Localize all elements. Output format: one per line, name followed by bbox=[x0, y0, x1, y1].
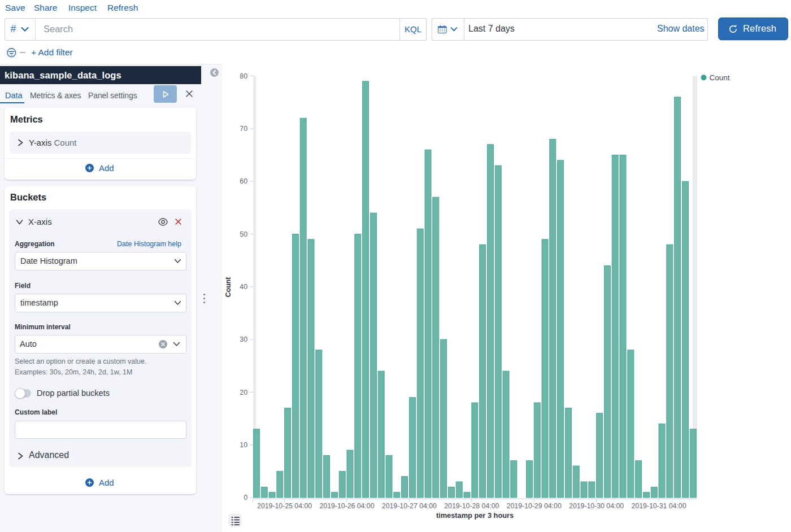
svg-text:2019-10-30 04:00: 2019-10-30 04:00 bbox=[569, 502, 624, 510]
svg-text:timestamp per 3 hours: timestamp per 3 hours bbox=[436, 511, 514, 520]
svg-text:2019-10-31 04:00: 2019-10-31 04:00 bbox=[631, 502, 686, 510]
svg-text:2019-10-26 04:00: 2019-10-26 04:00 bbox=[319, 502, 374, 510]
svg-text:20: 20 bbox=[240, 389, 247, 396]
svg-text:Count: Count bbox=[710, 73, 730, 82]
svg-text:2019-10-28 04:00: 2019-10-28 04:00 bbox=[444, 502, 499, 510]
svg-text:Count: Count bbox=[224, 277, 232, 298]
svg-text:40: 40 bbox=[240, 283, 247, 291]
svg-text:2019-10-29 04:00: 2019-10-29 04:00 bbox=[507, 502, 562, 510]
svg-text:50: 50 bbox=[240, 230, 247, 238]
svg-text:80: 80 bbox=[240, 72, 247, 80]
svg-text:0: 0 bbox=[244, 494, 247, 502]
svg-text:2019-10-25 04:00: 2019-10-25 04:00 bbox=[257, 502, 312, 510]
svg-text:70: 70 bbox=[240, 125, 247, 133]
svg-text:10: 10 bbox=[240, 441, 247, 449]
svg-text:60: 60 bbox=[240, 177, 247, 185]
svg-text:30: 30 bbox=[240, 335, 247, 343]
svg-text:2019-10-27 04:00: 2019-10-27 04:00 bbox=[382, 502, 437, 510]
